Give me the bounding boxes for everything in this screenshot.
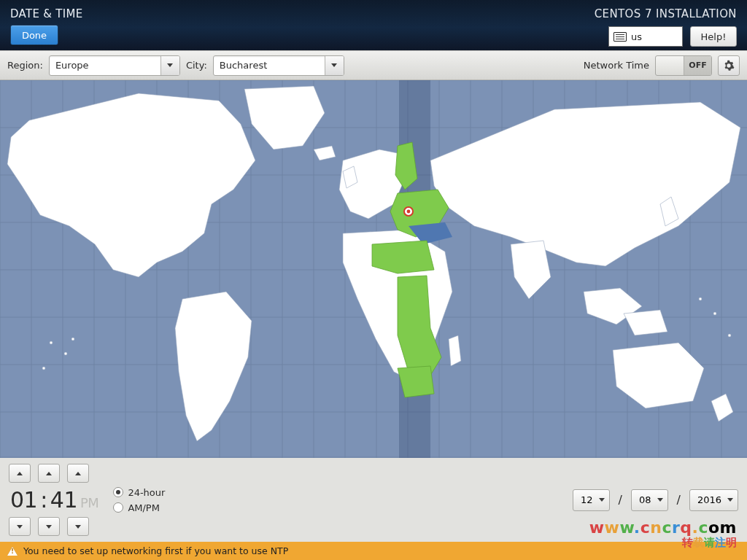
chevron-down-icon (167, 63, 173, 67)
svg-point-33 (50, 341, 53, 344)
chevron-up-icon (75, 472, 81, 475)
year-value: 2016 (697, 494, 721, 505)
warning-icon (7, 547, 18, 556)
svg-point-34 (64, 352, 67, 355)
ampm-down-button[interactable] (67, 517, 89, 536)
header-right: CENTOS 7 INSTALLATION us Help! (595, 7, 737, 47)
installer-title: CENTOS 7 INSTALLATION (595, 7, 737, 20)
header-left: DATE & TIME Done (10, 7, 83, 45)
region-dropdown-button[interactable] (160, 56, 179, 75)
region-label: Region: (7, 60, 43, 71)
keyboard-layout-indicator[interactable]: us (608, 26, 683, 47)
bottom-panel: 01 : 41 PM 24-hour AM/PM 12 / 08 / 2016 (0, 458, 747, 542)
warning-text: You need to set up networking first if y… (23, 545, 288, 556)
svg-point-39 (699, 298, 702, 300)
svg-point-36 (71, 338, 74, 341)
day-dropdown[interactable]: 08 (631, 489, 668, 511)
help-button[interactable]: Help! (690, 26, 737, 47)
time-format-24h[interactable]: 24-hour (113, 487, 165, 498)
time-format-ampm[interactable]: AM/PM (113, 502, 165, 513)
city-input[interactable] (214, 56, 325, 75)
gear-icon (723, 60, 735, 71)
svg-point-41 (407, 210, 411, 214)
year-dropdown[interactable]: 2016 (689, 489, 738, 511)
chevron-down-icon (727, 498, 733, 502)
timezone-map[interactable] (0, 80, 747, 458)
chevron-down-icon (599, 498, 605, 502)
warning-bar: You need to set up networking first if y… (0, 542, 747, 560)
month-dropdown[interactable]: 12 (573, 489, 610, 511)
date-separator: / (677, 493, 681, 507)
chevron-down-icon (75, 525, 81, 529)
svg-point-38 (728, 334, 731, 337)
chevron-up-icon (46, 472, 52, 475)
keyboard-layout-text: us (631, 31, 642, 42)
toggle-off-half: OFF (684, 56, 711, 75)
date-separator: / (619, 493, 622, 507)
city-combobox[interactable] (213, 55, 344, 76)
region-combobox[interactable] (49, 55, 180, 76)
hour-value: 01 (10, 487, 37, 513)
minute-up-button[interactable] (38, 464, 60, 483)
hour-down-button[interactable] (9, 517, 31, 536)
page-title: DATE & TIME (10, 7, 83, 20)
time-colon: : (40, 487, 47, 513)
city-dropdown-button[interactable] (325, 56, 344, 75)
chevron-down-icon (46, 525, 52, 529)
keyboard-icon (614, 32, 627, 42)
chevron-up-icon (17, 472, 23, 475)
region-input[interactable] (50, 56, 160, 75)
radio-icon (113, 487, 123, 497)
network-time-toggle[interactable]: OFF (655, 55, 712, 76)
minute-value: 41 (50, 487, 77, 513)
svg-point-35 (42, 367, 45, 370)
time-display: 01 : 41 PM (9, 487, 100, 513)
time-format-group: 24-hour AM/PM (113, 487, 165, 513)
done-button[interactable]: Done (10, 25, 58, 45)
toolbar: Region: City: Network Time OFF (0, 50, 747, 81)
toggle-on-half (656, 56, 684, 75)
ampm-up-button[interactable] (67, 464, 89, 483)
time-format-ampm-label: AM/PM (128, 502, 160, 513)
city-label: City: (186, 60, 207, 71)
chevron-down-icon (331, 63, 337, 67)
minute-down-button[interactable] (38, 517, 60, 536)
month-value: 12 (581, 494, 593, 505)
ampm-value: PM (80, 495, 98, 510)
header-right-row: us Help! (608, 26, 737, 47)
hour-up-button[interactable] (9, 464, 31, 483)
header-bar: DATE & TIME Done CENTOS 7 INSTALLATION u… (0, 0, 747, 50)
svg-point-37 (713, 312, 716, 315)
city-pin (404, 207, 413, 216)
time-spinners: 01 : 41 PM (9, 464, 100, 536)
time-format-24h-label: 24-hour (128, 487, 165, 498)
day-value: 08 (639, 494, 651, 505)
chevron-down-icon (17, 525, 23, 529)
network-time-label: Network Time (584, 60, 649, 71)
ntp-settings-button[interactable] (718, 55, 740, 76)
chevron-down-icon (657, 498, 663, 502)
radio-icon (113, 502, 123, 513)
